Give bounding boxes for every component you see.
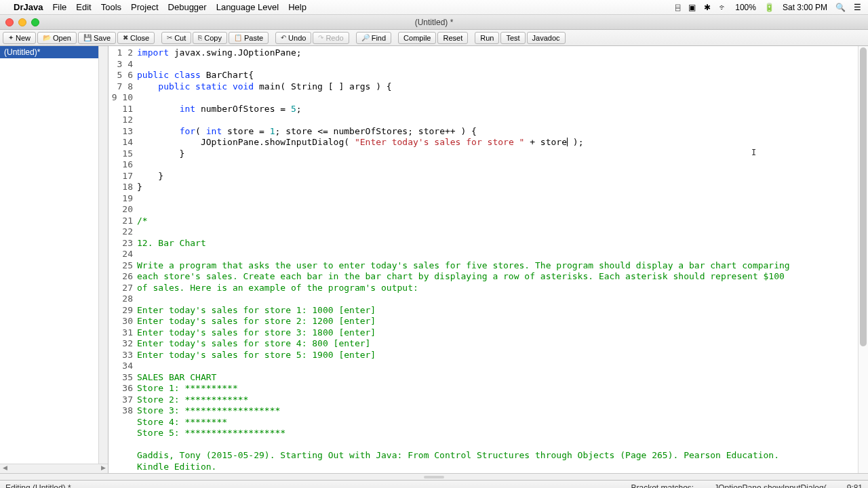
paste-icon: 📋: [234, 34, 242, 41]
find-icon: 🔎: [361, 34, 370, 41]
wifi-icon[interactable]: ᯤ: [719, 3, 727, 12]
editor[interactable]: 1 2 3 4 5 6 7 8 9 10 11 12 13 14 15 16 1…: [108, 46, 868, 473]
line-gutter: 1 2 3 4 5 6 7 8 9 10 11 12 13 14 15 16 1…: [108, 46, 137, 473]
status-bar: Editing (Untitled) * Bracket matches: JO…: [0, 480, 868, 488]
dropbox-icon[interactable]: ⌸: [675, 3, 680, 12]
zoom-window-button[interactable]: [31, 18, 39, 26]
paste-button[interactable]: 📋Paste: [229, 32, 269, 44]
javadoc-button[interactable]: Javadoc: [527, 32, 566, 44]
file-list[interactable]: (Untitled)*: [0, 46, 98, 464]
new-button[interactable]: ✦New: [3, 32, 36, 44]
workspace: (Untitled)* ◀ ▶ 1 2 3 4 5 6 7 8 9 10 11 …: [0, 46, 868, 473]
menu-tools[interactable]: Tools: [101, 2, 121, 12]
editor-scrollbar[interactable]: [858, 46, 868, 473]
scroll-left-icon[interactable]: ◀: [0, 464, 9, 473]
open-icon: 📂: [43, 34, 51, 41]
run-button[interactable]: Run: [475, 32, 499, 44]
status-bracket-value: JOptionPane.showInputDialog(: [714, 483, 826, 489]
status-file: Editing (Untitled) *: [5, 483, 71, 489]
save-button[interactable]: 💾Save: [78, 32, 116, 44]
close-window-button[interactable]: [5, 18, 14, 26]
clock[interactable]: Sat 3:00 PM: [783, 3, 827, 12]
battery-icon[interactable]: 🔋: [764, 3, 774, 12]
sidebar-hscroll[interactable]: ◀ ▶: [0, 464, 108, 473]
cut-button[interactable]: ✂Cut: [161, 32, 191, 44]
splitter-grip-icon: [424, 476, 444, 479]
sidebar-scrollbar[interactable]: [98, 46, 108, 464]
menu-help[interactable]: Help: [288, 2, 307, 12]
file-item[interactable]: (Untitled)*: [0, 46, 98, 58]
battery-text: 100%: [735, 3, 756, 12]
menu-edit[interactable]: Edit: [76, 2, 91, 12]
save-icon: 💾: [83, 34, 92, 41]
text-caret-icon: I: [751, 148, 756, 157]
copy-button[interactable]: ⎘Copy: [193, 32, 227, 44]
find-button[interactable]: 🔎Find: [356, 32, 391, 44]
pane-splitter[interactable]: [0, 473, 868, 480]
file-sidebar: (Untitled)* ◀ ▶: [0, 46, 108, 473]
status-bracket-label: Bracket matches:: [631, 483, 694, 489]
new-icon: ✦: [8, 34, 14, 41]
code-area[interactable]: import javax.swing.JOptionPane; public c…: [137, 46, 858, 473]
reset-button[interactable]: Reset: [437, 32, 468, 44]
toolbar: ✦New 📂Open 💾Save ✖Close ✂Cut ⎘Copy 📋Past…: [0, 30, 868, 46]
spotlight-icon[interactable]: 🔍: [835, 3, 846, 12]
display-icon[interactable]: ▣: [688, 3, 696, 12]
open-button[interactable]: 📂Open: [37, 32, 77, 44]
cut-icon: ✂: [167, 34, 172, 41]
undo-icon: ↶: [281, 34, 286, 41]
scroll-right-icon[interactable]: ▶: [98, 464, 108, 473]
menu-debugger[interactable]: Debugger: [168, 2, 207, 12]
window-titlebar[interactable]: (Untitled) *: [0, 15, 868, 30]
minimize-window-button[interactable]: [18, 18, 26, 26]
window-title: (Untitled) *: [415, 18, 454, 27]
redo-button[interactable]: ↷Redo: [313, 32, 349, 44]
app-name[interactable]: DrJava: [14, 2, 43, 12]
undo-button[interactable]: ↶Undo: [275, 32, 311, 44]
menu-language-level[interactable]: Language Level: [216, 2, 279, 12]
notifications-icon[interactable]: ☰: [854, 3, 861, 12]
redo-icon: ↷: [318, 34, 323, 41]
macos-menubar: DrJava File Edit Tools Project Debugger …: [0, 0, 868, 15]
scrollbar-thumb[interactable]: [860, 47, 867, 346]
close-icon: ✖: [123, 34, 128, 41]
menu-file[interactable]: File: [52, 2, 66, 12]
copy-icon: ⎘: [198, 34, 202, 41]
bluetooth-icon[interactable]: ✱: [704, 3, 711, 12]
status-cursor-pos: 9:81: [847, 483, 863, 489]
menu-project[interactable]: Project: [131, 2, 158, 12]
close-button[interactable]: ✖Close: [117, 32, 155, 44]
compile-button[interactable]: Compile: [398, 32, 436, 44]
test-button[interactable]: Test: [500, 32, 525, 44]
